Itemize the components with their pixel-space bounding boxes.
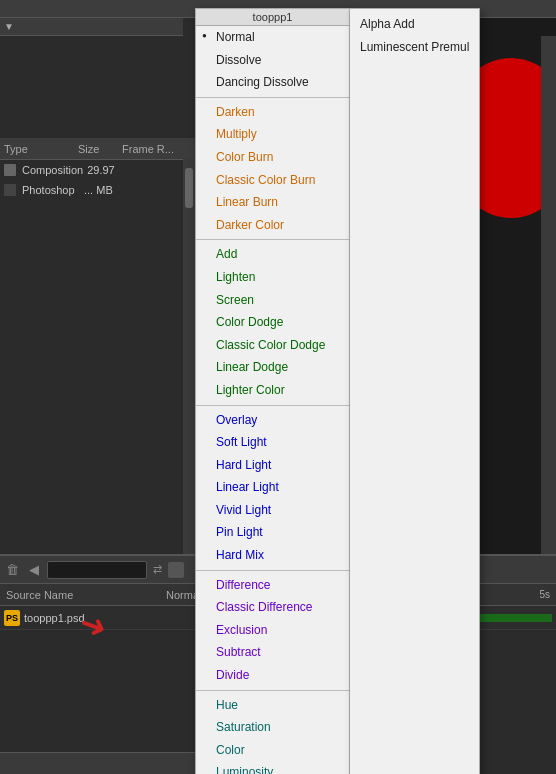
- blend-luminescent-premul[interactable]: Luminescent Premul: [350, 36, 479, 59]
- blend-alpha-add[interactable]: Alpha Add: [350, 13, 479, 36]
- blend-divide[interactable]: Divide: [196, 664, 349, 687]
- file-list-header: Type Size Frame R...: [0, 138, 195, 160]
- blend-classic-color-dodge[interactable]: Classic Color Dodge: [196, 334, 349, 357]
- dropdown-group-6: Hue Saturation Color Luminosity: [196, 694, 349, 774]
- row-type-2: Photoshop: [22, 184, 80, 196]
- dropdown-group-3: Add Lighten Screen Color Dodge Classic C…: [196, 243, 349, 401]
- blend-classic-color-burn[interactable]: Classic Color Burn: [196, 169, 349, 192]
- separator-3: [196, 405, 349, 406]
- row-size-1: 29.97: [87, 164, 127, 176]
- blend-darken[interactable]: Darken: [196, 101, 349, 124]
- separator-1: [196, 97, 349, 98]
- blend-hard-mix[interactable]: Hard Mix: [196, 544, 349, 567]
- timeline-bar: [472, 614, 552, 622]
- col-size: Size: [78, 143, 118, 155]
- scrollbar-thumb[interactable]: [185, 168, 193, 208]
- separator-5: [196, 690, 349, 691]
- blend-luminosity[interactable]: Luminosity: [196, 761, 349, 774]
- blend-color[interactable]: Color: [196, 739, 349, 762]
- composition-icon: [4, 164, 16, 176]
- blend-vivid-light[interactable]: Vivid Light: [196, 499, 349, 522]
- blend-dancing-dissolve[interactable]: Dancing Dissolve: [196, 71, 349, 94]
- blend-hue[interactable]: Hue: [196, 694, 349, 717]
- col-frame: Frame R...: [122, 143, 191, 155]
- blend-lighter-color[interactable]: Lighter Color: [196, 379, 349, 402]
- layer-ps-icon: PS: [4, 610, 20, 626]
- blend-overlay[interactable]: Overlay: [196, 409, 349, 432]
- dropdown-header: tooppp1: [196, 9, 349, 26]
- blend-dissolve[interactable]: Dissolve: [196, 49, 349, 72]
- dropdown-side-menu: Alpha Add Luminescent Premul: [350, 8, 480, 774]
- blend-saturation[interactable]: Saturation: [196, 716, 349, 739]
- blend-hard-light[interactable]: Hard Light: [196, 454, 349, 477]
- panel-label: ▼: [4, 21, 14, 32]
- blend-linear-light[interactable]: Linear Light: [196, 476, 349, 499]
- switch-icon[interactable]: ⇄: [153, 563, 162, 576]
- dropdown-group-5: Difference Classic Difference Exclusion …: [196, 574, 349, 687]
- blend-color-burn[interactable]: Color Burn: [196, 146, 349, 169]
- dropdown-group-2: Darken Multiply Color Burn Classic Color…: [196, 101, 349, 237]
- blend-multiply[interactable]: Multiply: [196, 123, 349, 146]
- dropdown-group-1: Normal Dissolve Dancing Dissolve: [196, 26, 349, 94]
- solo-icon[interactable]: [168, 562, 184, 578]
- dropdown-main-menu: tooppp1 Normal Dissolve Dancing Dissolve…: [195, 8, 350, 774]
- col-source-name: Source Name: [6, 589, 126, 601]
- blend-pin-light[interactable]: Pin Light: [196, 521, 349, 544]
- photoshop-icon: [4, 184, 16, 196]
- col-type: Type: [4, 143, 74, 155]
- file-row-photoshop[interactable]: Photoshop ... MB: [0, 180, 195, 200]
- left-scrollbar[interactable]: [183, 158, 195, 554]
- blend-classic-difference[interactable]: Classic Difference: [196, 596, 349, 619]
- blend-add[interactable]: Add: [196, 243, 349, 266]
- blend-lighten[interactable]: Lighten: [196, 266, 349, 289]
- nav-left-icon[interactable]: ◀: [29, 562, 39, 577]
- blend-linear-dodge[interactable]: Linear Dodge: [196, 356, 349, 379]
- row-type-1: Composition: [22, 164, 83, 176]
- blend-darker-color[interactable]: Darker Color: [196, 214, 349, 237]
- blend-screen[interactable]: Screen: [196, 289, 349, 312]
- blend-difference[interactable]: Difference: [196, 574, 349, 597]
- blend-linear-burn[interactable]: Linear Burn: [196, 191, 349, 214]
- blend-normal[interactable]: Normal: [196, 26, 349, 49]
- blend-soft-light[interactable]: Soft Light: [196, 431, 349, 454]
- blend-exclusion[interactable]: Exclusion: [196, 619, 349, 642]
- row-size-2: ... MB: [84, 184, 124, 196]
- blend-mode-dropdown: tooppp1 Normal Dissolve Dancing Dissolve…: [195, 8, 480, 774]
- file-row-composition[interactable]: Composition 29.97: [0, 160, 195, 180]
- timeline-search-input[interactable]: [47, 561, 147, 579]
- blend-color-dodge[interactable]: Color Dodge: [196, 311, 349, 334]
- separator-2: [196, 239, 349, 240]
- delete-icon[interactable]: 🗑: [6, 562, 19, 577]
- blend-subtract[interactable]: Subtract: [196, 641, 349, 664]
- dropdown-group-4: Overlay Soft Light Hard Light Linear Lig…: [196, 409, 349, 567]
- separator-4: [196, 570, 349, 571]
